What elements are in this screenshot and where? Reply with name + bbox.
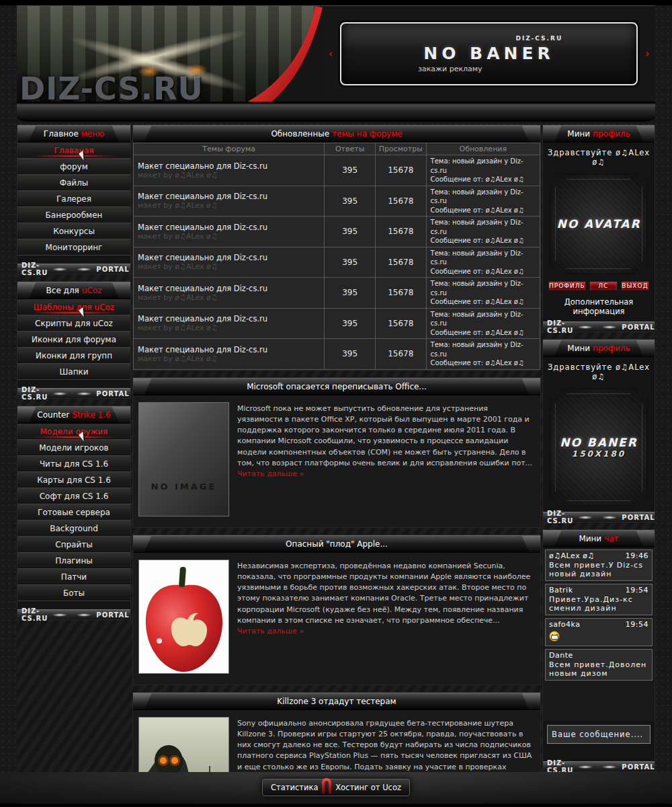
menu-item[interactable]: Боты	[17, 585, 130, 601]
no-baner-placeholder[interactable]: NO BANER 150X180	[550, 388, 648, 506]
title-accent: uCoz	[82, 286, 102, 295]
chat-timestamp: 19:54	[626, 620, 648, 629]
menu-item[interactable]: Читы для CS 1.6	[17, 456, 130, 472]
no-baner-label: NO BANER	[560, 436, 638, 449]
forum-topic-row[interactable]: Макет специально для Diz-cs.ruмакет by ø…	[134, 308, 540, 339]
profile-action-button[interactable]: ЛС	[589, 281, 618, 291]
footer-stats-link[interactable]: Статистика	[271, 783, 318, 792]
menu-item[interactable]: Скрипты для uCoz	[17, 315, 130, 332]
forum-topic-row[interactable]: Макет специально для Diz-cs.ruмакет by ø…	[134, 247, 540, 278]
menu-item[interactable]: Готовые сервера	[17, 504, 130, 521]
cs16-menu-title: Counter Strike 1.6	[17, 406, 130, 424]
portal-bar-site[interactable]: DIZ-CS.RU	[22, 386, 48, 401]
menu-item[interactable]: Background	[17, 521, 130, 537]
menu-item[interactable]: Иконки для групп	[17, 348, 130, 364]
portal-bar-portal[interactable]: PORTAL	[96, 611, 129, 619]
ucoz-logo	[321, 778, 332, 794]
read-more-link[interactable]: Читать дальше »	[237, 627, 304, 636]
chat-message-input[interactable]	[547, 725, 650, 744]
chat-text: Всем привет.У Diz-cs новый дизайн	[549, 561, 648, 578]
title-accent: меню	[81, 129, 104, 139]
forum-topic-row[interactable]: Макет специально для Diz-cs.ruмакет by ø…	[134, 339, 540, 370]
menu-item[interactable]: Патчи	[17, 569, 130, 585]
portal-bar-portal[interactable]: PORTAL	[622, 514, 655, 521]
menu-item[interactable]: Плагины	[17, 553, 130, 569]
header-ad-banner[interactable]: DIZ-CS.RU NO BANER закажи рекламу	[340, 22, 638, 85]
title-text: Counter	[37, 410, 69, 420]
menu-item[interactable]: Шаблоны для uCoz	[17, 299, 130, 315]
menu-item[interactable]: Модели оружия	[17, 424, 130, 440]
read-more-link[interactable]: Читать дальше »	[237, 469, 304, 478]
mini-profile-block: Мини профиль Здравствуйте ø♫ALex ø♫ NO A…	[542, 124, 655, 332]
chat-username[interactable]: safo4ka	[549, 620, 581, 629]
mini-banner-title: Мини профиль	[543, 340, 655, 357]
portal-bar-site[interactable]: DIZ-CS.RU	[547, 510, 573, 525]
profile-buttons: ПРОФИЛЬ ЛС ВЫХОД	[543, 280, 655, 295]
portal-bar-portal[interactable]: PORTAL	[96, 266, 129, 273]
menu-item[interactable]: Модели игроков	[17, 440, 130, 456]
portal-bar-portal[interactable]: PORTAL	[622, 763, 655, 771]
banner-main-label: NO BANER	[341, 44, 636, 63]
menu-item[interactable]: Файлы	[17, 175, 130, 191]
title-accent: Strike 1.6	[72, 410, 110, 420]
chat-username[interactable]: ø♫ALex ø♫	[549, 551, 595, 560]
chat-timestamp: 19:46	[626, 551, 648, 560]
main-column: Обновленные темы на форуме Темы форума О…	[132, 124, 541, 807]
menu-item[interactable]: Спрайты	[17, 537, 130, 553]
portal-bar: DIZ-CS.RU PORTAL	[543, 321, 655, 332]
title-text: Главное	[44, 129, 79, 139]
ucoz-menu-title: Все для uCoz	[17, 282, 130, 299]
menu-item[interactable]: Главаная	[17, 143, 130, 159]
chat-username[interactable]: Batrik	[549, 586, 573, 594]
title-accent: профиль	[593, 344, 630, 353]
chat-message: Dante Всем привет.Доволен новым дизом	[545, 649, 653, 681]
menu-item[interactable]: Шапки	[17, 364, 130, 380]
menu-item[interactable]: Галерея	[17, 191, 130, 207]
news-title: Microsoft опасается переписывать Office.…	[133, 378, 540, 395]
mini-chat-title: Мини чат	[543, 530, 655, 547]
apple-photo	[138, 560, 229, 674]
forum-topic-row[interactable]: Макет специально для Diz-cs.ruмакет by ø…	[134, 155, 540, 186]
portal-bar-glows	[573, 325, 622, 329]
portal-bar-site[interactable]: DIZ-CS.RU	[22, 262, 48, 276]
title-accent: темы на форуме	[332, 129, 402, 139]
title-accent: чат	[604, 534, 618, 543]
portal-bar-glows	[573, 516, 622, 519]
forum-topic-row[interactable]: Макет специально для Diz-cs.ruмакет by ø…	[134, 186, 540, 217]
footer: Статистика Хостинг от Ucoz	[0, 772, 672, 807]
chat-text: Всем привет.Доволен новым дизом	[549, 660, 648, 678]
no-avatar-label: NO AVATAR	[557, 217, 641, 231]
menu-item[interactable]: Иконки для форума	[17, 332, 130, 348]
col-header-replies: Ответы	[325, 143, 376, 155]
forum-updates-title: Обновленные темы на форуме	[133, 125, 540, 143]
banner-next-arrow[interactable]: ›	[643, 48, 651, 60]
portal-bar-site[interactable]: DIZ-CS.RU	[547, 319, 573, 334]
banner-prev-arrow[interactable]: ‹	[327, 48, 335, 60]
portal-bar-glows	[48, 268, 96, 271]
menu-item[interactable]: Банерообмен	[17, 207, 130, 223]
forum-topic-row[interactable]: Макет специально для Diz-cs.ruмакет by ø…	[134, 217, 540, 247]
ucoz-menu-list: Шаблоны для uCoz Скрипты для uCoz	[17, 299, 130, 380]
article-text: Microsoft пока не может выпустить обновл…	[237, 404, 532, 467]
forum-topic-row[interactable]: Макет специально для Diz-cs.ruмакет by ø…	[134, 278, 540, 309]
chat-message: safo4ka 19:54	[545, 618, 653, 646]
portal-bar-portal[interactable]: PORTAL	[96, 390, 129, 397]
chat-message: Batrik 19:54 Привет.Ура.Диз-кс сменил ди…	[545, 584, 653, 615]
portal-bar-site[interactable]: DIZ-CS.RU	[22, 607, 48, 622]
header-banner-art: DIZ-CS.RU	[17, 6, 323, 102]
profile-action-button[interactable]: ПРОФИЛЬ	[548, 281, 586, 291]
title-text: Опасный "плод" Apple...	[286, 539, 388, 549]
footer-hosting-link[interactable]: Хостинг от Ucoz	[335, 783, 401, 792]
chat-username[interactable]: Dante	[549, 651, 573, 660]
profile-action-button[interactable]: ВЫХОД	[621, 281, 649, 291]
menu-item[interactable]: Мониторринг	[17, 239, 130, 256]
menu-item[interactable]: Софт для CS 1.6	[17, 488, 130, 504]
menu-item[interactable]: Карты для CS 1.6	[17, 472, 130, 488]
greeting-text: Здравствуйте ø♫ALex ø♫	[543, 357, 655, 385]
portal-bar-portal[interactable]: PORTAL	[622, 323, 655, 331]
menu-item[interactable]: Конкурсы	[17, 223, 130, 239]
no-image-label: NO IMAGE	[139, 482, 228, 492]
menu-item[interactable]: форум	[17, 159, 130, 175]
banner-site-label: DIZ-CS.RU	[515, 35, 562, 42]
right-sidebar: Мини профиль Здравствуйте ø♫ALex ø♫ NO A…	[542, 124, 655, 807]
